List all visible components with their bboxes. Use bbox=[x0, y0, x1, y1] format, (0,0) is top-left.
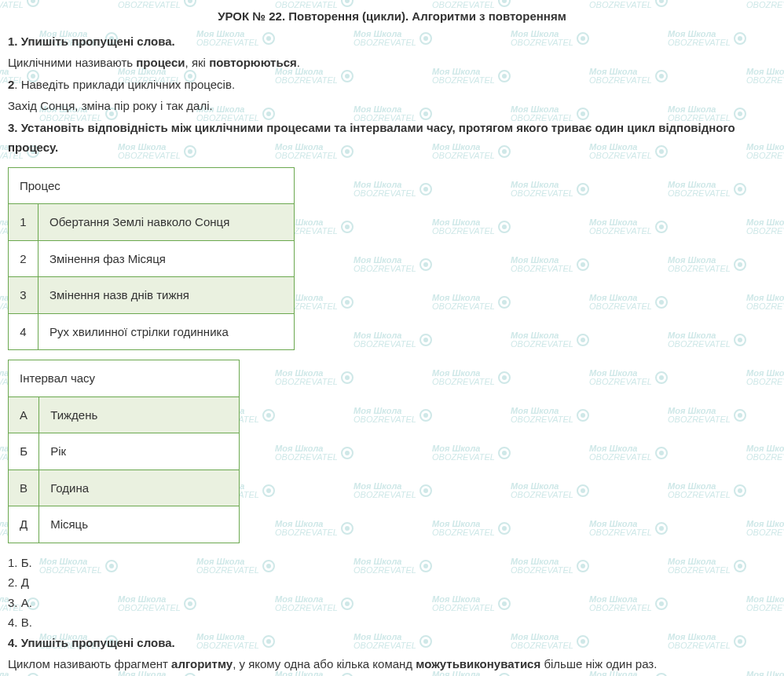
q1-prompt: 1. Упишіть пропущені слова. bbox=[8, 31, 776, 52]
q1-number: 1. bbox=[8, 35, 18, 48]
table-row: 3 Змінення назв днів тижня bbox=[9, 277, 295, 314]
q1-mid: , які bbox=[185, 56, 210, 69]
row-text: Обертання Землі навколо Сонця bbox=[38, 204, 295, 241]
q1-suffix: . bbox=[297, 56, 300, 69]
row-text: Змінення назв днів тижня bbox=[38, 277, 295, 314]
interval-table: Інтервал часу А Тиждень Б Рік В Година Д… bbox=[8, 360, 240, 543]
row-text: Рух хвилинної стрілки годинника bbox=[38, 313, 295, 350]
q4-answer: Циклом називають фрагмент алгоритму, у я… bbox=[8, 654, 776, 674]
row-text: Місяць bbox=[39, 506, 240, 543]
table-row: Б Рік bbox=[9, 433, 240, 470]
row-number: 4 bbox=[9, 313, 38, 350]
table-row: Д Місяць bbox=[9, 506, 240, 543]
row-letter: А bbox=[9, 396, 39, 433]
answer-item: 1. Б. bbox=[8, 553, 776, 573]
q4-word1: алгоритму bbox=[171, 657, 233, 671]
table1-header: Процес bbox=[9, 167, 295, 204]
q3-number: 3. bbox=[8, 121, 18, 134]
q4-number: 4. bbox=[8, 636, 18, 649]
q2-answer: Захід Сонця, зміна пір року і так далі. bbox=[8, 96, 776, 116]
row-letter: Д bbox=[9, 506, 39, 543]
table-row: 1 Обертання Землі навколо Сонця bbox=[9, 204, 295, 241]
table-row: А Тиждень bbox=[9, 396, 240, 433]
q1-prefix: Циклічними називають bbox=[8, 56, 136, 69]
answers-list: 1. Б. 2. Д 3. А. 4. В. bbox=[8, 553, 776, 633]
answer-item: 3. А. bbox=[8, 593, 776, 613]
page-title: УРОК № 22. Повторення (цикли). Алгоритми… bbox=[8, 6, 776, 27]
q4-prompt: 4. Упишіть пропущені слова. bbox=[8, 633, 776, 653]
row-letter: В bbox=[9, 470, 39, 506]
q4-prompt-text: Упишіть пропущені слова. bbox=[21, 636, 175, 649]
q1-word1: процеси bbox=[136, 56, 185, 69]
q2-prompt: 2. Наведіть приклади циклічних процесів. bbox=[8, 75, 776, 95]
q4-word2: можутьвиконуватися bbox=[416, 657, 540, 671]
q4-prefix: Циклом називають фрагмент bbox=[8, 657, 171, 671]
row-text: Змінення фаз Місяця bbox=[38, 240, 295, 277]
answer-item: 4. В. bbox=[8, 612, 776, 633]
q3-prompt: 3. Установіть відповідність між циклічни… bbox=[8, 118, 776, 158]
q4-mid: , у якому одна або кілька команд bbox=[233, 657, 416, 671]
q4-suffix: більше ніж один раз. bbox=[540, 657, 657, 671]
answer-item: 2. Д bbox=[8, 572, 776, 593]
table2-header: Інтервал часу bbox=[9, 360, 240, 397]
row-text: Година bbox=[39, 470, 240, 506]
q1-word2: повторюються bbox=[209, 56, 297, 69]
row-letter: Б bbox=[9, 433, 39, 470]
row-text: Тиждень bbox=[39, 396, 240, 433]
table-row: 4 Рух хвилинної стрілки годинника bbox=[9, 313, 295, 350]
q1-prompt-text: Упишіть пропущені слова. bbox=[21, 35, 175, 48]
q3-prompt-text: Установіть відповідність між циклічними … bbox=[8, 121, 735, 155]
process-table: Процес 1 Обертання Землі навколо Сонця 2… bbox=[8, 167, 295, 351]
row-text: Рік bbox=[39, 433, 240, 470]
table-row: В Година bbox=[9, 470, 240, 506]
row-number: 1 bbox=[9, 204, 38, 241]
q2-prompt-text: . Наведіть приклади циклічних процесів. bbox=[14, 78, 235, 91]
table-row: 2 Змінення фаз Місяця bbox=[9, 240, 295, 277]
q1-answer: Циклічними називають процеси, які повтор… bbox=[8, 53, 776, 73]
row-number: 2 bbox=[9, 240, 38, 277]
row-number: 3 bbox=[9, 277, 38, 314]
